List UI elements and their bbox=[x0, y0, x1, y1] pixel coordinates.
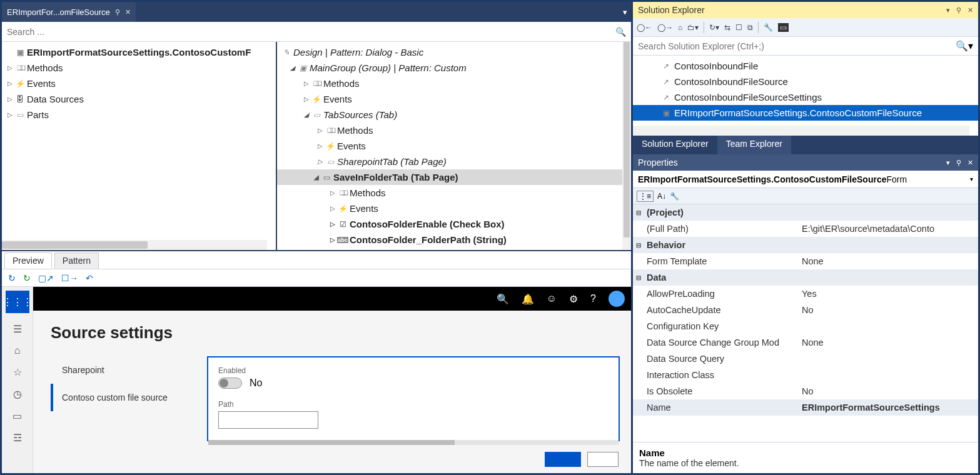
help-icon[interactable]: ? bbox=[590, 293, 596, 304]
pin-icon[interactable]: ⚲ bbox=[115, 8, 120, 16]
pin-icon[interactable]: ⚲ bbox=[956, 6, 961, 14]
form-tree-hscroll[interactable] bbox=[2, 240, 267, 250]
se-item[interactable]: ContosoInboundFile bbox=[633, 58, 978, 74]
open-icon[interactable]: ▢↗ bbox=[38, 273, 54, 283]
document-tab[interactable]: ERImportFor...omFileSource ⚲ ✕ bbox=[2, 2, 136, 22]
prop-configurationkey[interactable]: Configuration Key bbox=[633, 318, 978, 334]
prop-autocacheupdate[interactable]: AutoCacheUpdateNo bbox=[633, 302, 978, 318]
tab-overflow-icon[interactable]: ▾ bbox=[619, 2, 631, 22]
star-icon[interactable]: ☆ bbox=[13, 366, 22, 378]
panel-hscroll[interactable] bbox=[208, 440, 619, 445]
string-node[interactable]: ▷ContosoFolder_FolderPath (String) bbox=[277, 232, 631, 248]
smile-icon[interactable]: ☺ bbox=[547, 293, 557, 304]
prop-dsq[interactable]: Data Source Query bbox=[633, 351, 978, 367]
se-item[interactable]: ContosoInboundFileSourceSettings bbox=[633, 89, 978, 105]
search-icon[interactable]: 🔍 bbox=[615, 27, 626, 37]
designer-search-row: 🔍 bbox=[2, 22, 631, 42]
form-root-node[interactable]: ERImportFormatSourceSettings.ContosoCust… bbox=[2, 44, 276, 60]
events-node[interactable]: ▷Events bbox=[2, 76, 276, 91]
tab-preview[interactable]: Preview bbox=[4, 252, 52, 269]
se-hscroll[interactable] bbox=[633, 126, 969, 136]
show-all-icon[interactable]: ☐ bbox=[735, 23, 742, 32]
preview-icon[interactable]: ▭ bbox=[778, 23, 789, 32]
properties-combo[interactable]: ERImportFormatSourceSettings.ContosoCust… bbox=[633, 171, 978, 188]
prop-isobsolete[interactable]: Is ObsoleteNo bbox=[633, 383, 978, 399]
back-icon[interactable]: ◯← bbox=[637, 23, 652, 32]
pin-icon[interactable]: ⚲ bbox=[956, 159, 961, 167]
secondary-button[interactable] bbox=[587, 452, 619, 467]
alphabetical-icon[interactable]: A↓ bbox=[657, 192, 666, 201]
se-item[interactable]: ContosoInboundFileSource bbox=[633, 74, 978, 89]
design-tree-vscroll[interactable] bbox=[622, 42, 631, 250]
search-icon[interactable]: 🔍▾ bbox=[956, 40, 973, 52]
card-icon[interactable]: ▭ bbox=[13, 410, 22, 422]
events-node-4[interactable]: ▷Events bbox=[277, 201, 631, 216]
search-icon[interactable]: 🔍 bbox=[497, 293, 509, 305]
cat-behavior[interactable]: ⊟Behavior bbox=[633, 237, 978, 253]
copy-icon[interactable]: ⧉ bbox=[747, 23, 753, 32]
properties-title: Properties bbox=[638, 158, 678, 168]
methods-node[interactable]: ▷Methods bbox=[2, 60, 276, 76]
checkbox-node[interactable]: ▷ContosoFolderEnable (Check Box) bbox=[277, 216, 631, 232]
home-icon[interactable]: ⌂ bbox=[14, 345, 21, 356]
explorer-tabs: Solution Explorer Team Explorer bbox=[633, 136, 978, 154]
cat-data[interactable]: ⊟Data bbox=[633, 269, 978, 286]
design-root-node[interactable]: Design | Pattern: Dialog - Basic bbox=[277, 44, 631, 60]
bell-icon[interactable]: 🔔 bbox=[522, 293, 534, 305]
forward-icon[interactable]: ◯→ bbox=[657, 23, 673, 32]
waffle-icon[interactable]: ⋮⋮⋮ bbox=[6, 291, 29, 313]
wrench-icon[interactable]: 🔧 bbox=[670, 192, 679, 201]
primary-button[interactable] bbox=[545, 452, 581, 467]
sharepointtab-node[interactable]: ▷SharepointTab (Tab Page) bbox=[277, 154, 631, 169]
solution-explorer-search-input[interactable] bbox=[638, 41, 956, 51]
tab-solution-explorer[interactable]: Solution Explorer bbox=[633, 136, 717, 154]
prop-fullpath[interactable]: (Full Path)E:\git\ER\source\metadata\Con… bbox=[633, 221, 978, 237]
cat-project[interactable]: ⊟(Project) bbox=[633, 204, 978, 221]
prop-dscgm[interactable]: Data Source Change Group ModNone bbox=[633, 334, 978, 351]
tab-pattern[interactable]: Pattern bbox=[54, 252, 99, 269]
avatar[interactable] bbox=[609, 291, 625, 307]
methods-icon bbox=[337, 189, 348, 196]
close-icon[interactable]: ✕ bbox=[125, 8, 131, 16]
home-icon[interactable]: ⌂ bbox=[678, 23, 682, 32]
tabsources-node[interactable]: ◢TabSources (Tab) bbox=[277, 107, 631, 122]
undo-icon[interactable]: ↶ bbox=[86, 273, 93, 283]
hamburger-icon[interactable]: ☰ bbox=[13, 323, 22, 335]
close-icon[interactable]: ✕ bbox=[967, 159, 973, 167]
list-icon[interactable]: ☲ bbox=[13, 432, 22, 444]
saveinfoldertab-node[interactable]: ◢SaveInFolderTab (Tab Page) bbox=[277, 169, 631, 185]
prop-allowpreloading[interactable]: AllowPreLoadingYes bbox=[633, 286, 978, 302]
enabled-toggle[interactable] bbox=[218, 378, 242, 389]
parts-node[interactable]: ▷Parts bbox=[2, 107, 276, 122]
events-icon bbox=[14, 79, 26, 88]
methods-node-2[interactable]: ▷Methods bbox=[277, 76, 631, 91]
refresh-icon[interactable]: ↻▾ bbox=[709, 23, 719, 32]
list-item-contoso[interactable]: Contoso custom file source bbox=[51, 384, 207, 411]
categorized-icon[interactable]: ⋮≡ bbox=[637, 191, 654, 202]
list-item-sharepoint[interactable]: Sharepoint bbox=[51, 356, 207, 384]
events-node-2[interactable]: ▷Events bbox=[277, 91, 631, 107]
prop-interactionclass[interactable]: Interaction Class bbox=[633, 367, 978, 383]
export-icon[interactable]: ☐→ bbox=[61, 273, 78, 283]
refresh-icon[interactable]: ↻ bbox=[8, 273, 16, 283]
designer-search-input[interactable] bbox=[7, 27, 615, 37]
datasources-node[interactable]: ▷Data Sources bbox=[2, 91, 276, 107]
se-item-selected[interactable]: ERImportFormatSourceSettings.ContosoCust… bbox=[633, 105, 978, 121]
prop-name[interactable]: NameERImportFormatSourceSettings bbox=[633, 399, 978, 416]
path-input[interactable] bbox=[218, 411, 318, 429]
collapse-icon[interactable]: ⇆ bbox=[724, 23, 730, 32]
dropdown-icon[interactable]: ▾ bbox=[946, 159, 950, 167]
close-icon[interactable]: ✕ bbox=[967, 6, 973, 14]
dropdown-icon[interactable]: ▾ bbox=[946, 6, 950, 14]
methods-node-4[interactable]: ▷Methods bbox=[277, 185, 631, 201]
events-node-3[interactable]: ▷Events bbox=[277, 138, 631, 154]
tab-team-explorer[interactable]: Team Explorer bbox=[717, 136, 791, 154]
gear-icon[interactable]: ⚙ bbox=[569, 293, 578, 305]
clock-icon[interactable]: ◷ bbox=[13, 388, 22, 400]
maingroup-node[interactable]: ◢MainGroup (Group) | Pattern: Custom bbox=[277, 60, 631, 76]
prop-formtemplate[interactable]: Form TemplateNone bbox=[633, 253, 978, 269]
properties-icon[interactable]: 🔧 bbox=[764, 23, 773, 32]
sync-icon[interactable]: 🗀▾ bbox=[687, 23, 699, 32]
refresh-all-icon[interactable]: ↻ bbox=[23, 273, 31, 283]
methods-node-3[interactable]: ▷Methods bbox=[277, 122, 631, 138]
